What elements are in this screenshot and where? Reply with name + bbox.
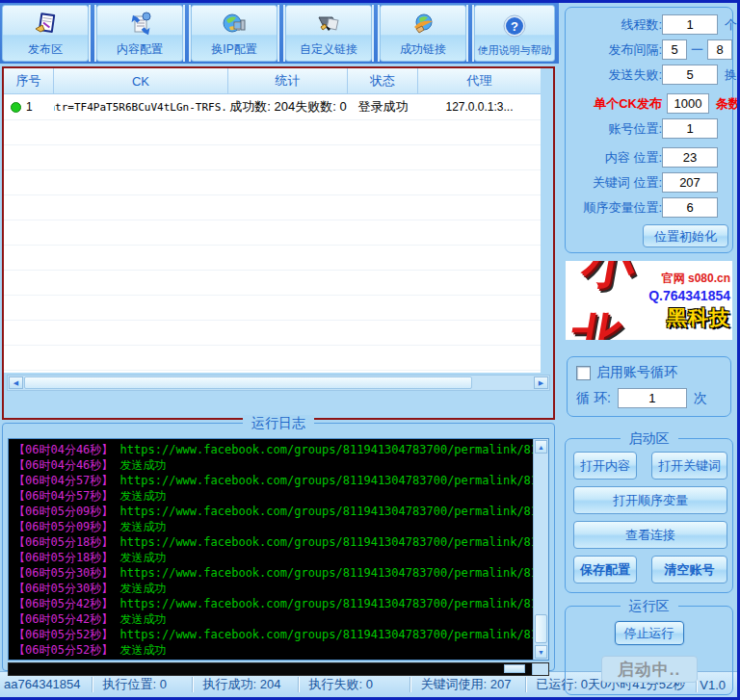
account-pos-row: 账号位置:	[568, 118, 729, 139]
tab-content-config[interactable]: 内容配置	[96, 5, 183, 62]
tab-label: 内容配置	[117, 41, 163, 58]
log-line: 【06时05分52秒】 https://www.facebook.com/gro…	[13, 627, 529, 642]
log-line: 【06时04分57秒】 https://www.facebook.com/gro…	[13, 473, 529, 488]
success-link-icon	[410, 10, 436, 40]
settings-group: 线程数: 个 发布间隔: 一 秒 发送失败: 换号 单个CK发布	[565, 7, 733, 253]
log-vertical-scrollbar[interactable]: ▲ ▼	[533, 439, 548, 660]
scroll-up-icon[interactable]: ▲	[535, 440, 547, 454]
launch-buttons: 打开内容 打开关键词 打开顺序变量 查看连接 保存配置 清空账号	[573, 452, 725, 583]
tab-success-link[interactable]: 成功链接	[380, 5, 466, 62]
send-fail-input[interactable]	[662, 65, 718, 85]
column-header-ck[interactable]: CK	[54, 68, 228, 93]
svg-text:?: ?	[511, 19, 518, 34]
account-loop-group: 启用账号循环 循 环: 次	[567, 356, 731, 417]
interval-max-input[interactable]	[707, 39, 732, 60]
scroll-right-icon[interactable]: ▶	[534, 376, 548, 389]
cell-stats: 成功数: 204失败数: 0	[228, 98, 348, 116]
view-links-button[interactable]: 查看连接	[573, 521, 727, 549]
log-line: 【06时04分46秒】 发送成功	[13, 457, 529, 473]
log-horizontal-scrollbar[interactable]	[8, 662, 549, 676]
thread-count-input[interactable]	[662, 14, 718, 35]
single-ck-input[interactable]	[667, 93, 709, 114]
brand-logo: 小北 官网 s080.cn Q.764341854 黑科技	[566, 261, 732, 340]
open-seq-variable-button[interactable]: 打开顺序变量	[573, 486, 727, 514]
table-empty-row	[4, 271, 541, 296]
log-hscroll-thumb[interactable]	[504, 664, 525, 673]
tab-label: 自定义链接	[300, 41, 357, 58]
clear-accounts-button[interactable]: 清空账号	[651, 556, 727, 583]
toolbar-separator	[89, 5, 96, 62]
table-empty-row	[4, 296, 541, 321]
column-header-stats[interactable]: 统计	[228, 68, 348, 93]
cell-ck: datr=TF4PaT5R6BCuV4tLGn-TRFS...	[54, 101, 228, 114]
scroll-down-icon[interactable]: ▼	[535, 645, 547, 659]
cell-proxy: 127.0.0.1:3...	[418, 100, 541, 114]
send-fail-row: 发送失败: 换号	[568, 65, 729, 85]
loop-count-label: 循 环:	[576, 390, 611, 407]
save-config-button[interactable]: 保存配置	[573, 556, 637, 583]
loop-count-input[interactable]	[618, 388, 687, 408]
publish-interval-label: 发布间隔:	[568, 41, 662, 59]
log-scroll-thumb[interactable]	[535, 614, 547, 643]
toolbar: 发布区 内容配置	[0, 3, 559, 64]
launch-group-title: 启动区	[621, 430, 678, 448]
seq-pos-input[interactable]	[662, 197, 718, 218]
table-empty-row	[4, 195, 541, 220]
tab-help[interactable]: ? 使用说明与帮助	[474, 5, 555, 62]
tab-label: 成功链接	[400, 41, 446, 58]
content-config-icon	[126, 10, 153, 40]
table-body: 1 datr=TF4PaT5R6BCuV4tLGn-TRFS... 成功数: 2…	[4, 94, 541, 373]
app-window: 发布区 内容配置	[0, 0, 740, 700]
tab-label: 使用说明与帮助	[478, 43, 552, 58]
logo-qq-number: Q.764341854	[648, 288, 730, 303]
thread-count-row: 线程数: 个	[568, 14, 729, 35]
table-horizontal-scrollbar[interactable]: ◀ ▶	[7, 375, 550, 391]
run-log-group: 运行日志 【06时04分46秒】 https://www.facebook.co…	[2, 423, 555, 671]
stop-run-button[interactable]: 停止运行	[615, 621, 684, 645]
account-pos-input[interactable]	[662, 118, 718, 139]
loop-count-row: 循 环: 次	[576, 388, 722, 408]
keyword-pos-label: 关键词 位置:	[568, 174, 662, 192]
cell-status: 登录成功	[348, 98, 418, 116]
table-row[interactable]: 1 datr=TF4PaT5R6BCuV4tLGn-TRFS... 成功数: 2…	[4, 94, 541, 120]
log-line: 【06时05分09秒】 发送成功	[13, 519, 529, 534]
run-group-title: 运行区	[621, 598, 678, 615]
publish-area-icon	[32, 10, 59, 40]
enable-loop-checkbox[interactable]	[576, 366, 591, 380]
column-header-proxy[interactable]: 代理	[418, 68, 541, 93]
open-keyword-button[interactable]: 打开关键词	[651, 452, 727, 480]
content-pos-row: 内容 位置:	[568, 147, 729, 168]
table-scroll-track[interactable]	[24, 376, 533, 389]
tab-label: 发布区	[28, 41, 63, 58]
starting-button[interactable]: 启动中..	[601, 656, 698, 683]
seq-pos-row: 顺序变量位置:	[568, 197, 729, 218]
change-ip-icon	[221, 10, 248, 40]
publish-interval-row: 发布间隔: 一 秒	[568, 39, 729, 60]
keyword-pos-input[interactable]	[662, 172, 718, 193]
right-column: 线程数: 个 发布间隔: 一 秒 发送失败: 换号 单个CK发布	[559, 3, 737, 671]
status-exec-success: 执行成功: 204	[193, 677, 299, 692]
status-exec-position: 执行位置: 0	[92, 677, 193, 692]
column-header-status[interactable]: 状态	[348, 68, 418, 93]
table-empty-row	[4, 170, 541, 195]
single-ck-row: 单个CK发布 条数	[568, 93, 729, 114]
interval-min-input[interactable]	[662, 39, 687, 60]
seq-pos-label: 顺序变量位置:	[568, 199, 662, 217]
cell-index: 1	[4, 100, 54, 114]
open-content-button[interactable]: 打开内容	[573, 452, 637, 480]
column-header-index[interactable]: 序号	[4, 68, 54, 93]
send-fail-unit: 换号	[725, 66, 740, 84]
tab-publish-area[interactable]: 发布区	[2, 5, 89, 62]
content-pos-input[interactable]	[662, 147, 718, 168]
enable-loop-row[interactable]: 启用账号循环	[576, 364, 722, 381]
tab-change-ip[interactable]: 换IP配置	[191, 5, 278, 62]
logo-website: 官网 s080.cn	[662, 271, 730, 287]
launch-group: 启动区 打开内容 打开关键词 打开顺序变量 查看连接 保存配置 清空账号	[565, 438, 733, 593]
log-line: 【06时05分52秒】 发送成功	[13, 642, 529, 658]
log-line: 【06时05分09秒】 https://www.facebook.com/gro…	[13, 504, 529, 519]
scroll-left-icon[interactable]: ◀	[9, 376, 23, 389]
tab-custom-link[interactable]: 自定义链接	[285, 5, 372, 62]
table-scroll-thumb[interactable]	[24, 376, 472, 389]
content-pos-label: 内容 位置:	[568, 149, 662, 167]
position-init-button[interactable]: 位置初始化	[643, 224, 728, 247]
